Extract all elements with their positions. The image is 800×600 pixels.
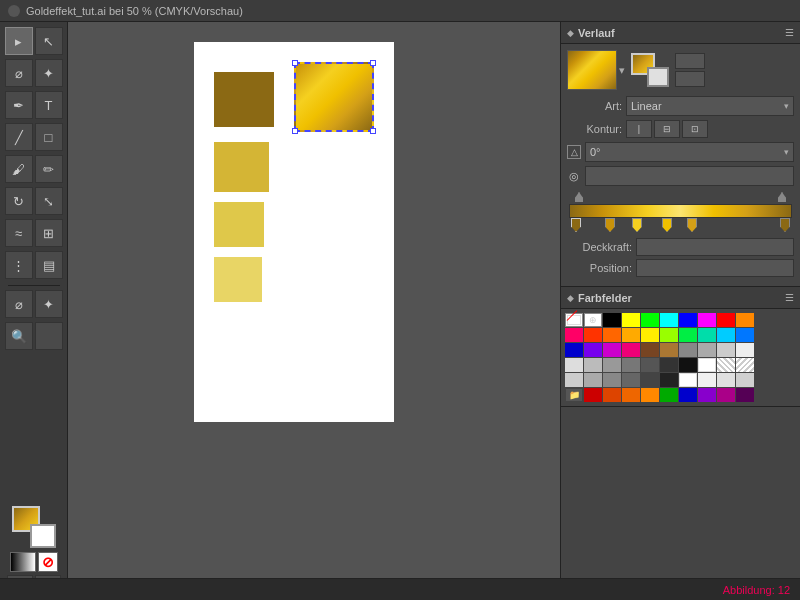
swatch-r4-8[interactable]: [698, 358, 716, 372]
red-swatch[interactable]: [717, 313, 735, 327]
rotate-tool[interactable]: ↻: [5, 187, 33, 215]
swatch-r4-4[interactable]: [622, 358, 640, 372]
swatch-r2-1[interactable]: [565, 328, 583, 342]
kontur-btn-3[interactable]: ⊡: [682, 120, 708, 138]
verlauf-color-swap[interactable]: [631, 53, 669, 87]
verlauf-option-2[interactable]: [675, 71, 705, 87]
swatch-r5-2[interactable]: [584, 373, 602, 387]
verlauf-gradient-preview[interactable]: [567, 50, 617, 90]
direct-select-tool[interactable]: ↖: [35, 27, 63, 55]
type-tool[interactable]: T: [35, 91, 63, 119]
swatch-r3-10[interactable]: [736, 343, 754, 357]
swatch-r3-2[interactable]: [584, 343, 602, 357]
close-button[interactable]: [8, 5, 20, 17]
color-stop-6[interactable]: [780, 218, 790, 232]
select-tool[interactable]: ▸: [5, 27, 33, 55]
swatch-r3-4[interactable]: [622, 343, 640, 357]
swatch-r2-9[interactable]: [717, 328, 735, 342]
verlauf-menu-icon[interactable]: ☰: [785, 27, 794, 38]
swatch-r3-6[interactable]: [660, 343, 678, 357]
position-select[interactable]: [636, 259, 794, 277]
swatch-grad-6[interactable]: [679, 388, 697, 402]
verlauf-dropdown-arrow[interactable]: ▾: [619, 64, 625, 77]
verlauf-option-1[interactable]: [675, 53, 705, 69]
gradient-selector[interactable]: [10, 552, 36, 572]
magic-wand-tool[interactable]: ✦: [35, 59, 63, 87]
swatch-r3-5[interactable]: [641, 343, 659, 357]
swatch-r4-5[interactable]: [641, 358, 659, 372]
farbfelder-header[interactable]: ◆ Farbfelder ☰: [561, 287, 800, 309]
color-stop-1[interactable]: [571, 218, 581, 232]
swatch-r4-1[interactable]: [565, 358, 583, 372]
warp-tool[interactable]: ≈: [5, 219, 33, 247]
green-swatch[interactable]: [641, 313, 659, 327]
swatch-r5-7[interactable]: [679, 373, 697, 387]
gold-square-light[interactable]: [214, 202, 264, 247]
swatch-r4-7[interactable]: [679, 358, 697, 372]
swatch-r4-2[interactable]: [584, 358, 602, 372]
shape-tool[interactable]: □: [35, 123, 63, 151]
swatch-grad-7[interactable]: [698, 388, 716, 402]
orange-swatch[interactable]: [736, 313, 754, 327]
none-selector[interactable]: ⊘: [38, 552, 58, 572]
farbfelder-menu-icon[interactable]: ☰: [785, 292, 794, 303]
blend-tool[interactable]: ⌀: [5, 290, 33, 318]
free-transform-tool[interactable]: ⊞: [35, 219, 63, 247]
paintbrush-tool[interactable]: 🖌: [5, 155, 33, 183]
swatch-r5-5[interactable]: [641, 373, 659, 387]
color-stop-5[interactable]: [687, 218, 697, 232]
swatch-grad-1[interactable]: [584, 388, 602, 402]
background-color[interactable]: [30, 524, 56, 548]
kontur-btn-1[interactable]: |: [626, 120, 652, 138]
none-swatch[interactable]: [565, 313, 583, 327]
swatch-r5-3[interactable]: [603, 373, 621, 387]
swatch-r3-9[interactable]: [717, 343, 735, 357]
blue-swatch[interactable]: [679, 313, 697, 327]
art-select[interactable]: Linear ▾: [626, 96, 794, 116]
column-graph-tool[interactable]: ▤: [35, 251, 63, 279]
registration-swatch[interactable]: ⊕: [584, 313, 602, 327]
to-select[interactable]: [585, 166, 794, 186]
swatch-r5-8[interactable]: [698, 373, 716, 387]
symbol-tool[interactable]: ⋮: [5, 251, 33, 279]
swatch-r3-3[interactable]: [603, 343, 621, 357]
swatch-grad-5[interactable]: [660, 388, 678, 402]
color-stop-2[interactable]: [605, 218, 615, 232]
cyan-swatch[interactable]: [660, 313, 678, 327]
swatch-grad-4[interactable]: [641, 388, 659, 402]
yellow-swatch[interactable]: [622, 313, 640, 327]
eyedropper-tool[interactable]: ✦: [35, 290, 63, 318]
gold-square-dark[interactable]: [214, 72, 274, 127]
swatch-r3-7[interactable]: [679, 343, 697, 357]
lasso-tool[interactable]: ⌀: [5, 59, 33, 87]
magenta-swatch[interactable]: [698, 313, 716, 327]
swatch-r5-6[interactable]: [660, 373, 678, 387]
swatch-r4-6[interactable]: [660, 358, 678, 372]
swatch-grad-9[interactable]: [736, 388, 754, 402]
kontur-btn-2[interactable]: ⊟: [654, 120, 680, 138]
swatch-r2-2[interactable]: [584, 328, 602, 342]
hand-tool[interactable]: [35, 322, 63, 350]
swatch-r2-8[interactable]: [698, 328, 716, 342]
swatch-r2-4[interactable]: [622, 328, 640, 342]
farbfelder-folder-icon[interactable]: 📁: [565, 388, 583, 402]
swatch-r2-6[interactable]: [660, 328, 678, 342]
deckkraft-select[interactable]: [636, 238, 794, 256]
swatch-r5-1[interactable]: [565, 373, 583, 387]
gold-square-gradient-selected[interactable]: [294, 62, 374, 132]
swatch-grad-8[interactable]: [717, 388, 735, 402]
black-swatch[interactable]: [603, 313, 621, 327]
scale-tool[interactable]: ⤡: [35, 187, 63, 215]
opacity-stop-2[interactable]: [778, 192, 786, 202]
opacity-stop-1[interactable]: [575, 192, 583, 202]
verlauf-panel-header[interactable]: ◆ Verlauf ☰: [561, 22, 800, 44]
color-stop-3[interactable]: [632, 218, 642, 232]
swatch-grad-2[interactable]: [603, 388, 621, 402]
swatch-r2-7[interactable]: [679, 328, 697, 342]
zoom-tool[interactable]: 🔍: [5, 322, 33, 350]
swatch-r2-5[interactable]: [641, 328, 659, 342]
swatch-r4-3[interactable]: [603, 358, 621, 372]
color-stop-4[interactable]: [662, 218, 672, 232]
gradient-bar[interactable]: [569, 204, 792, 218]
pen-tool[interactable]: ✒: [5, 91, 33, 119]
